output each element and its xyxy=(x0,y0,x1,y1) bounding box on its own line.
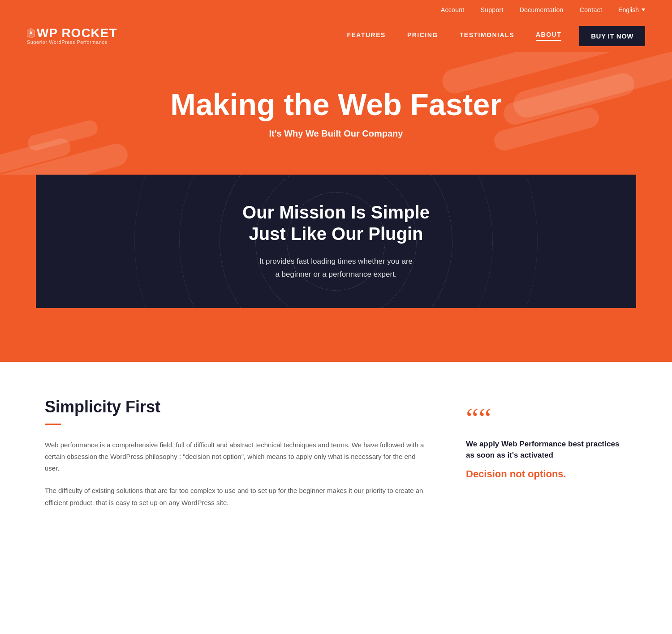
quote-marks: ““ xyxy=(466,407,627,429)
content-left: Simplicity First Web performance is a co… xyxy=(45,398,430,519)
nav-pricing[interactable]: PRICING xyxy=(407,31,438,40)
logo[interactable]: WP ROCKET Superior WordPress Performance xyxy=(27,27,117,45)
mission-block: Our Mission Is Simple Just Like Our Plug… xyxy=(36,175,636,308)
content-paragraph-2: The difficulty of existing solutions tha… xyxy=(45,485,430,509)
content-right: ““ We apply Web Performance best practic… xyxy=(466,398,627,519)
main-nav: WP ROCKET Superior WordPress Performance… xyxy=(0,20,672,52)
quote-body: We apply Web Performance best practices … xyxy=(466,438,627,461)
content-section: Simplicity First Web performance is a co… xyxy=(0,362,672,555)
nav-about[interactable]: ABOUT xyxy=(536,31,561,41)
nav-links: FEATURES PRICING TESTIMONIALS ABOUT xyxy=(347,31,561,41)
mission-body: It provides fast loading times whether y… xyxy=(72,255,600,281)
documentation-link[interactable]: Documentation xyxy=(520,6,564,13)
contact-link[interactable]: Contact xyxy=(580,6,602,13)
logo-subtitle: Superior WordPress Performance xyxy=(27,39,117,45)
hero-heading: Making the Web Faster xyxy=(27,88,645,121)
account-link[interactable]: Account xyxy=(441,6,465,13)
logo-title: WP ROCKET xyxy=(37,27,117,39)
nav-features[interactable]: FEATURES xyxy=(347,31,385,40)
language-label: English xyxy=(618,6,639,13)
support-link[interactable]: Support xyxy=(481,6,504,13)
hero-subheading: It's Why We Built Our Company xyxy=(27,129,645,139)
mission-heading: Our Mission Is Simple Just Like Our Plug… xyxy=(72,201,600,244)
quote-tagline: Decision not options. xyxy=(466,468,627,480)
nav-testimonials[interactable]: TESTIMONIALS xyxy=(460,31,514,40)
logo-icon xyxy=(27,28,35,38)
section-title: Simplicity First xyxy=(45,398,430,416)
buy-button[interactable]: BUY IT NOW xyxy=(579,26,645,46)
section-underline xyxy=(45,424,61,425)
content-paragraph-1: Web performance is a comprehensive field… xyxy=(45,439,430,475)
chevron-down-icon xyxy=(642,9,645,11)
top-bar: Account Support Documentation Contact En… xyxy=(0,0,672,20)
language-selector[interactable]: English xyxy=(618,6,645,13)
